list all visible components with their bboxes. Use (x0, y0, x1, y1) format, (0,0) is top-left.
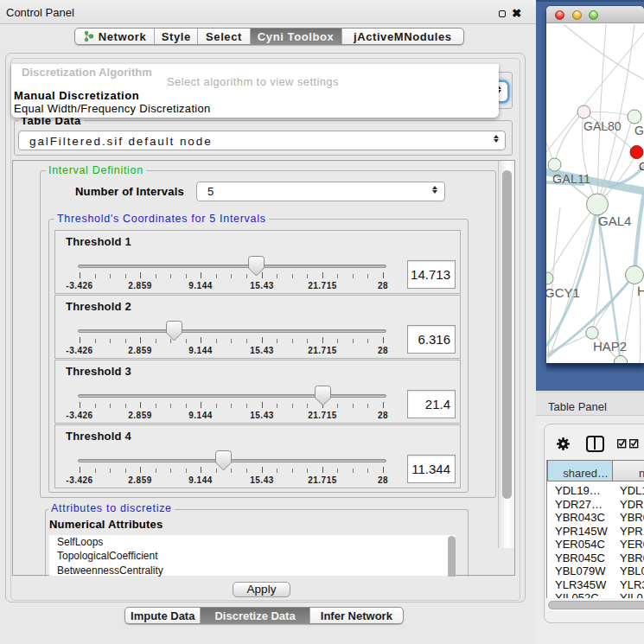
svg-text:CD: CD (639, 160, 644, 173)
svg-text:GCY1: GCY1 (546, 285, 580, 300)
svg-text:HAP2: HAP2 (593, 339, 627, 354)
svg-text:H: H (637, 284, 644, 298)
svg-text:GA: GA (634, 124, 644, 137)
svg-text:GAL11: GAL11 (552, 172, 590, 186)
svg-text:GAL80: GAL80 (583, 119, 622, 133)
svg-text:GAL4: GAL4 (598, 214, 631, 228)
